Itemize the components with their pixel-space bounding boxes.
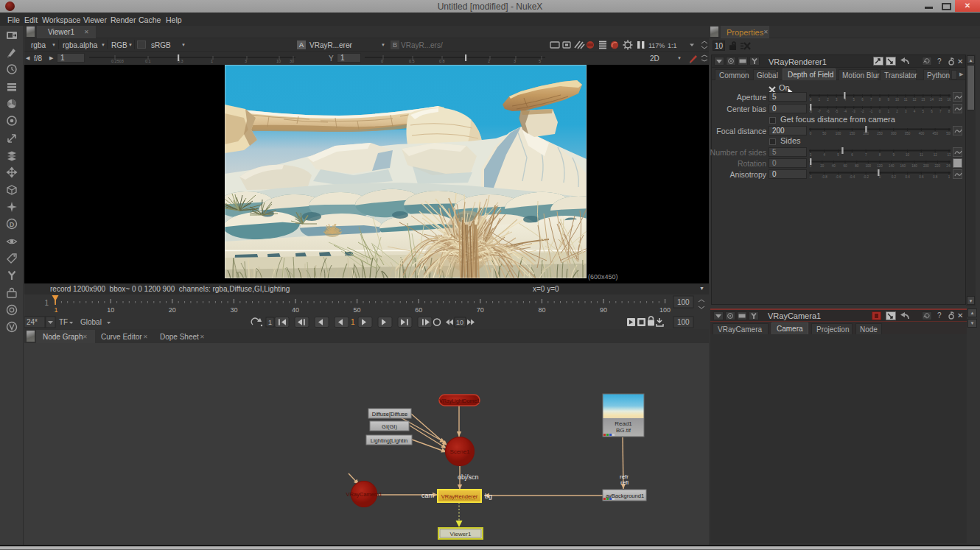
svg-text:bg: bg [485, 493, 492, 500]
svg-text:13: 13 [921, 98, 925, 102]
svg-text:60: 60 [415, 306, 422, 314]
svg-text:0.5: 0.5 [409, 59, 415, 63]
svg-text:20: 20 [169, 306, 176, 314]
svg-text:0.2: 0.2 [892, 175, 897, 179]
svg-text:16: 16 [947, 98, 951, 102]
svg-text:VRayCamera1: VRayCamera1 [346, 491, 382, 498]
svg-text:8: 8 [948, 110, 951, 113]
svg-text:-5: -5 [835, 110, 838, 113]
svg-text:1: 1 [268, 319, 272, 326]
svg-text:refl: refl [620, 479, 629, 486]
svg-text:6: 6 [861, 98, 864, 102]
svg-text:3: 3 [905, 110, 907, 113]
svg-text:7: 7 [865, 153, 867, 157]
svg-text:6: 6 [851, 153, 853, 157]
svg-text:13: 13 [947, 153, 951, 157]
svg-text:10: 10 [456, 319, 463, 326]
svg-text:150: 150 [850, 132, 855, 135]
svg-text:-1: -1 [809, 175, 812, 179]
svg-text:40: 40 [832, 164, 836, 168]
svg-text:-1: -1 [869, 110, 872, 113]
svg-text:5: 5 [923, 110, 925, 113]
svg-text:Lighting[Lightin: Lighting[Lightin [371, 437, 407, 444]
svg-text:3: 3 [245, 59, 247, 63]
svg-text:0.2503: 0.2503 [111, 59, 124, 63]
svg-text:10: 10 [906, 153, 910, 157]
svg-text:Read1: Read1 [615, 420, 632, 427]
svg-text:117%: 117% [648, 42, 665, 49]
svg-text:Viewer1: Viewer1 [450, 531, 472, 537]
svg-text:VRayRenderer: VRayRenderer [441, 493, 478, 500]
svg-text:30: 30 [290, 59, 294, 63]
svg-text:8: 8 [879, 98, 881, 102]
svg-text:Global: Global [80, 318, 102, 326]
svg-text:10: 10 [276, 59, 281, 63]
svg-text:0: 0 [381, 59, 383, 63]
svg-text:100: 100 [866, 164, 872, 168]
svg-text:0.8: 0.8 [933, 175, 938, 179]
svg-text:6: 6 [931, 110, 933, 113]
svg-text:60: 60 [843, 164, 847, 168]
svg-text:250: 250 [877, 132, 883, 135]
svg-text:0: 0 [810, 132, 812, 135]
svg-text:400: 400 [919, 132, 925, 135]
svg-text:12: 12 [912, 98, 917, 102]
svg-text:40: 40 [292, 306, 299, 314]
svg-text:180: 180 [911, 164, 917, 168]
svg-text:1: 1 [44, 299, 49, 307]
svg-text:10: 10 [107, 306, 114, 314]
svg-text:15: 15 [939, 98, 943, 102]
svg-text:11: 11 [904, 98, 908, 102]
svg-text:1: 1 [888, 110, 890, 113]
svg-text:20: 20 [820, 164, 825, 168]
svg-text:-0.8: -0.8 [822, 175, 827, 179]
svg-text:220: 220 [935, 164, 941, 168]
svg-text:7: 7 [939, 110, 942, 113]
svg-text:1:1: 1:1 [668, 42, 677, 49]
svg-text:cam: cam [421, 492, 434, 499]
svg-text:4: 4 [824, 153, 826, 157]
svg-text:2: 2 [488, 59, 490, 63]
svg-text:160: 160 [900, 164, 906, 168]
svg-text:0.4: 0.4 [905, 175, 910, 179]
svg-text:Diffuse[Diffuse: Diffuse[Diffuse [372, 411, 408, 417]
svg-text:1: 1 [211, 59, 213, 63]
svg-text:120: 120 [877, 164, 883, 168]
svg-text:-4: -4 [844, 110, 847, 113]
svg-text:-2: -2 [861, 110, 864, 113]
svg-text:1: 1 [351, 318, 355, 326]
svg-text:-6: -6 [826, 110, 829, 113]
svg-text:11: 11 [920, 153, 923, 157]
svg-text:50: 50 [354, 306, 361, 314]
svg-text:450: 450 [932, 132, 938, 135]
svg-text:3: 3 [810, 153, 812, 157]
svg-text:-0.6: -0.6 [836, 175, 841, 179]
svg-text:240: 240 [946, 164, 951, 168]
svg-text:D: D [10, 221, 15, 228]
svg-text:80: 80 [855, 164, 859, 168]
svg-text:-0.2: -0.2 [863, 175, 869, 179]
svg-text:2: 2 [896, 110, 898, 113]
svg-text:4: 4 [914, 110, 916, 113]
svg-text:1: 1 [948, 175, 951, 179]
svg-text:14: 14 [930, 98, 934, 102]
svg-text:350: 350 [905, 132, 911, 135]
svg-text:10: 10 [895, 98, 900, 102]
svg-text:300: 300 [891, 132, 897, 135]
svg-text:0: 0 [879, 110, 881, 113]
svg-text:100: 100 [677, 318, 690, 326]
svg-text:1: 1 [819, 98, 821, 102]
svg-text:BG.tif: BG.tif [616, 427, 631, 434]
svg-text:200: 200 [923, 164, 929, 168]
svg-text:500: 500 [946, 132, 951, 135]
svg-text:70: 70 [477, 306, 484, 314]
svg-text:-3: -3 [853, 110, 855, 113]
svg-text:24*: 24* [27, 318, 38, 326]
svg-text:90: 90 [600, 306, 607, 314]
svg-text:5: 5 [853, 98, 855, 102]
svg-text:100: 100 [836, 132, 841, 135]
svg-text:Scene1: Scene1 [449, 448, 470, 455]
svg-text:100: 100 [659, 306, 671, 314]
svg-text:3: 3 [836, 98, 838, 102]
svg-text:VRayLightDome1: VRayLightDome1 [439, 398, 480, 404]
